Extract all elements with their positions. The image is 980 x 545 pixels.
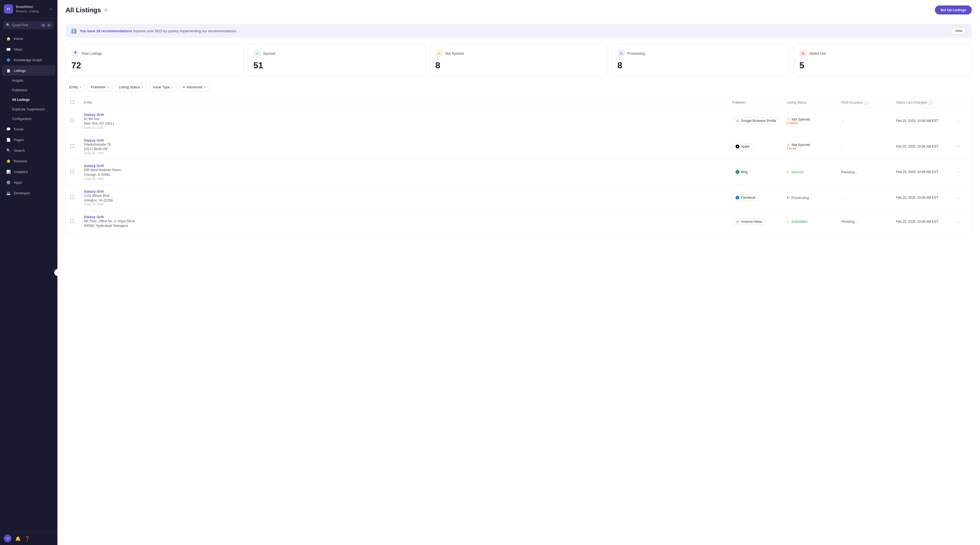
entity-cell: Galaxy Grill 1101 Wilson Blvd Arlington,… <box>84 189 732 206</box>
stat-opted-out: ⊘ Opted Out 5 <box>794 44 972 76</box>
sidebar-subitem-duplicate-suppression[interactable]: Duplicate Suppression <box>2 105 55 114</box>
sidebar-item-search[interactable]: 🔍 Search <box>2 145 55 156</box>
setup-listings-button[interactable]: Set Up Listings <box>935 5 972 14</box>
sidebar-subitem-duplicate-suppression-label: Duplicate Suppression <box>12 107 45 111</box>
back-button[interactable]: ← <box>49 6 54 11</box>
entity-address1: 8th Floor, Office No. 2, Argus Block <box>84 219 732 224</box>
synced-label: Synced <box>263 51 275 56</box>
sidebar-item-knowledge-graph[interactable]: 🔷 Knowledge Graph <box>2 55 55 65</box>
publisher-chip: G Google Business Profile <box>732 118 780 124</box>
sidebar-item-inbox[interactable]: ✉️ Inbox <box>2 44 55 54</box>
entity-address2: Arlington, VA 22209 <box>84 198 732 203</box>
row-checkbox[interactable] <box>70 144 74 148</box>
entity-cell: Galaxy Grill 61 9th Ave New York, NY 100… <box>84 113 732 129</box>
row-more-button[interactable]: ··· <box>956 118 960 124</box>
warning-icon: ⚠ <box>787 117 790 121</box>
entity-name[interactable]: Galaxy Grill <box>84 215 732 219</box>
amazon-publisher-icon: a <box>735 220 740 224</box>
brand-subtitle: Brewery - Listing... <box>16 9 41 13</box>
reviews-icon: ⭐ <box>6 159 11 164</box>
row-checkbox[interactable] <box>70 119 74 122</box>
status-last-changed-cell: Feb 25, 2025, 10:06 AM EST <box>896 220 956 224</box>
sidebar-subitem-all-listings[interactable]: All Listings <box>2 95 55 105</box>
help-icon[interactable]: ❓ <box>25 536 30 541</box>
field-accuracy-info-icon[interactable]: i <box>865 101 869 105</box>
entity-address2: Chicago, IL 60661 <box>84 172 732 177</box>
sidebar-item-pages[interactable]: 📄 Pages <box>2 135 55 145</box>
entity-column-header: Entity <box>84 100 732 105</box>
field-accuracy-cell: -- <box>842 144 896 149</box>
filter-publisher[interactable]: Publisher ▾ <box>88 83 112 91</box>
status-badge: ⚠ Not Synced <box>787 143 842 147</box>
sidebar-subitem-insights[interactable]: Insights <box>2 76 55 85</box>
stat-synced: ✓ Synced 51 <box>248 44 426 76</box>
sidebar-item-apps[interactable]: ⚙️ Apps <box>2 177 55 187</box>
publisher-name: Facebook <box>741 196 756 200</box>
entity-cell: Galaxy Grill 500 West Madison Street Chi… <box>84 164 732 180</box>
row-checkbox[interactable] <box>70 195 74 199</box>
user-avatar[interactable]: U <box>4 535 11 542</box>
sidebar-item-apps-label: Apps <box>14 180 22 184</box>
filter-entity[interactable]: Entity ▾ <box>65 83 85 91</box>
entity-address2: 500081 Hyderabad Telangana <box>84 224 732 228</box>
entity-cell: Galaxy Grill Friedrichstraße 79 10117 Be… <box>84 138 732 155</box>
search-nav-icon: 🔍 <box>6 148 11 153</box>
brand: XT BreadWater Brewery - Listing... <box>4 4 41 14</box>
sidebar-item-social[interactable]: 💬 Social <box>2 124 55 134</box>
row-more-button[interactable]: ··· <box>956 195 960 200</box>
entity-name[interactable]: Galaxy Grill <box>84 164 732 168</box>
listing-status-cell: ↻ Processing <box>787 196 842 200</box>
publisher-chip: a Amazon Alexa <box>732 218 765 225</box>
sidebar-subitem-configuration[interactable]: Configuration <box>2 114 55 124</box>
sidebar-item-analytics[interactable]: 📊 Analytics <box>2 167 55 177</box>
opted-out-value: 5 <box>799 60 966 70</box>
view-recommendations-button[interactable]: View <box>951 27 966 35</box>
status-badge: ✓ Submitted <box>787 219 842 224</box>
filter-issue-type[interactable]: Issue Type ▾ <box>149 83 177 91</box>
sidebar-item-developer[interactable]: 💻 Developer <box>2 188 55 198</box>
row-checkbox[interactable] <box>70 219 74 223</box>
sidebar-item-developer-label: Developer <box>14 191 30 195</box>
total-listings-icon: 📍 <box>72 49 79 57</box>
search-icon: 🔍 <box>6 23 10 27</box>
sidebar-subitem-publishers[interactable]: Publishers <box>2 86 55 95</box>
notifications-icon[interactable]: 🔔 <box>15 536 21 541</box>
status-last-changed-column-header: Status Last Changed i <box>896 100 956 105</box>
publisher-name: Apple <box>741 145 749 148</box>
row-more-button[interactable]: ··· <box>956 143 960 149</box>
row-more-button[interactable]: ··· <box>956 169 960 175</box>
entity-cell: Galaxy Grill 8th Floor, Office No. 2, Ar… <box>84 215 732 228</box>
select-all-checkbox[interactable] <box>70 100 74 104</box>
filter-row: Entity ▾ Publisher ▾ Listing Status ▾ Is… <box>65 83 972 91</box>
opted-out-label: Opted Out <box>809 51 826 56</box>
opted-out-icon: ⊘ <box>799 49 807 57</box>
listing-status-cell: ✓ Synced <box>787 170 842 174</box>
row-checkbox[interactable] <box>70 170 74 173</box>
sidebar-item-reviews[interactable]: ⭐ Reviews <box>2 156 55 166</box>
entity-name[interactable]: Galaxy Grill <box>84 113 732 117</box>
recommendation-banner: ℹ️ You have 28 recommendations Improve y… <box>65 24 972 38</box>
row-more-button[interactable]: ··· <box>956 219 960 224</box>
status-last-changed-cell: Feb 25, 2025, 10:06 AM EST <box>896 196 956 200</box>
filter-listing-status[interactable]: Listing Status ▾ <box>115 83 146 91</box>
favorite-icon[interactable]: ☆ <box>103 7 108 13</box>
stats-row: 📍 Total Listings 72 ✓ Synced 51 ⚠ Not Sy… <box>65 44 972 76</box>
sidebar-collapse-button[interactable]: › <box>54 269 61 276</box>
quick-find-bar[interactable]: 🔍 Quick Find ⌘ K <box>3 21 54 29</box>
listing-status-column-header: Listing Status <box>787 100 842 105</box>
sidebar-item-listings[interactable]: 📋 Listings <box>2 65 55 76</box>
entity-address2: 10117 Berlin DE <box>84 147 732 151</box>
processing-value: 8 <box>617 60 784 70</box>
status-last-changed-info-icon[interactable]: i <box>929 101 932 105</box>
status-last-changed-cell: Feb 25, 2025, 10:06 AM EST <box>896 119 956 123</box>
field-accuracy-cell: Pending... <box>842 219 896 224</box>
entity-id: Entity ID: 1002 <box>84 151 732 155</box>
filter-advanced[interactable]: ≡ Advanced ▾ <box>179 83 208 91</box>
publisher-chip: b Bing <box>732 168 751 175</box>
publisher-chip: ● Apple <box>732 143 753 150</box>
entity-name[interactable]: Galaxy Grill <box>84 189 732 194</box>
entity-name[interactable]: Galaxy Grill <box>84 138 732 142</box>
chevron-down-icon: ▾ <box>172 86 173 89</box>
sidebar-item-home[interactable]: 🏠 Home <box>2 33 55 44</box>
info-icon: ℹ️ <box>71 29 76 33</box>
